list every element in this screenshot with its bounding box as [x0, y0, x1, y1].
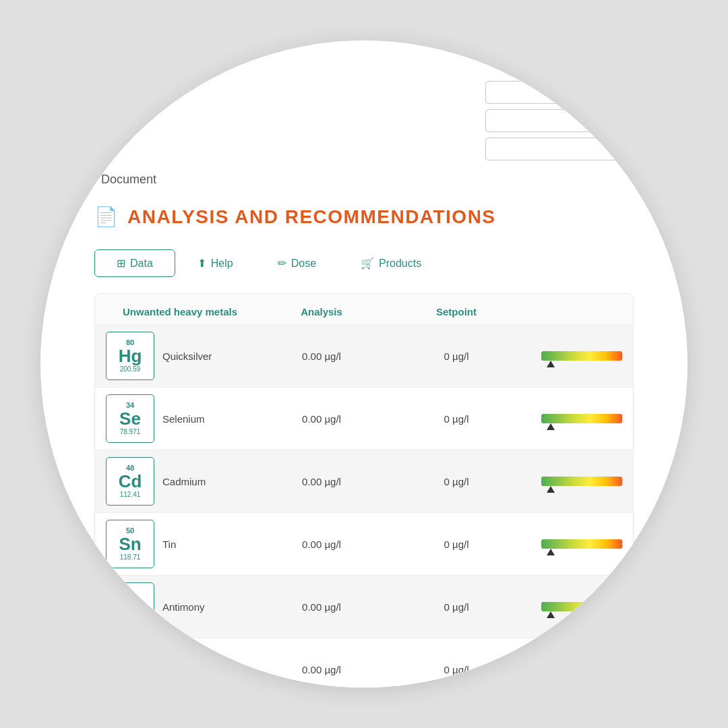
element-name-as: Arsenic: [162, 664, 196, 675]
element-box-sb: 51 Sb 121.76: [106, 582, 154, 631]
table-header: Unwanted heavy metals Analysis Setpoint: [95, 294, 633, 324]
gauge-arrow-sb: [547, 611, 555, 618]
analysis-sn: 0.00 µg/l: [254, 539, 389, 550]
setpoint-cd: 0 µg/l: [389, 476, 524, 487]
gauge-bar-sb: [541, 602, 622, 611]
data-table: Unwanted heavy metals Analysis Setpoint …: [94, 293, 634, 688]
gauge-sb: [524, 602, 622, 611]
table-row: 48 Cd 112.41 Cadmium 0.00 µg/l 0 µg/l: [95, 450, 633, 512]
element-symbol-sn: Sn: [119, 535, 141, 554]
tab-help[interactable]: ⬆ Help: [175, 249, 255, 277]
help-tab-label: Help: [211, 257, 233, 270]
document-label: Document: [94, 173, 634, 187]
element-box-cd: 48 Cd 112.41: [106, 457, 154, 506]
element-name-sn: Tin: [162, 539, 176, 550]
tab-data[interactable]: ⊞ Data: [94, 249, 175, 277]
table-row: 33 As 74.922 Arsenic 0.00 µg/l 0 µg/l: [95, 638, 633, 688]
element-symbol-se: Se: [119, 409, 141, 429]
element-cell-cd: 48 Cd 112.41 Cadmium: [106, 457, 254, 506]
tab-bar: ⊞ Data ⬆ Help ✏ Dose 🛒 Products: [94, 249, 634, 277]
tab-products[interactable]: 🛒 Products: [338, 249, 444, 277]
gauge-bar-cd: [541, 477, 622, 486]
table-row: 51 Sb 121.76 Antimony 0.00 µg/l 0 µg/l: [95, 575, 633, 638]
setpoint-as: 0 µg/l: [389, 664, 524, 675]
table-row: 34 Se 78.971 Selenium 0.00 µg/l 0 µg/l: [95, 387, 633, 450]
element-name-sb: Antimony: [162, 601, 205, 613]
element-symbol-sb: Sb: [119, 597, 141, 617]
section-title-text: ANALYSIS AND RECOMMENDATIONS: [127, 206, 496, 228]
tab-dose[interactable]: ✏ Dose: [255, 249, 338, 277]
help-tab-icon: ⬆: [198, 257, 206, 270]
analysis-sb: 0.00 µg/l: [254, 601, 389, 613]
element-name-hg: Quicksilver: [162, 351, 212, 362]
gauge-arrow-hg: [547, 361, 555, 367]
element-cell-sb: 51 Sb 121.76 Antimony: [106, 582, 254, 631]
top-stubs-area: [94, 81, 634, 160]
col-header-setpoint: Setpoint: [389, 306, 524, 317]
element-name-se: Selenium: [162, 413, 205, 425]
analysis-as: 0.00 µg/l: [254, 664, 389, 675]
gauge-bar-sn: [541, 539, 622, 549]
element-mass-hg: 200.59: [120, 366, 141, 373]
table-row: 50 Sn 118.71 Tin 0.00 µg/l 0 µg/l: [95, 512, 633, 575]
setpoint-sb: 0 µg/l: [389, 601, 524, 613]
element-cell-hg: 80 Hg 200.59 Quicksilver: [106, 332, 254, 380]
stub-input-3[interactable]: [485, 138, 634, 160]
col-header-elements: Unwanted heavy metals: [106, 306, 254, 317]
setpoint-hg: 0 µg/l: [389, 351, 524, 362]
element-name-cd: Cadmium: [162, 476, 206, 487]
element-cell-sn: 50 Sn 118.71 Tin: [106, 520, 254, 568]
setpoint-sn: 0 µg/l: [389, 539, 524, 550]
element-box-sn: 50 Sn 118.71: [106, 520, 154, 568]
element-mass-se: 78.971: [120, 429, 141, 435]
element-mass-sb: 121.76: [120, 617, 141, 624]
main-circle: Document 📄 ANALYSIS AND RECOMMENDATIONS …: [40, 40, 688, 688]
data-tab-label: Data: [130, 257, 153, 270]
products-tab-label: Products: [379, 257, 421, 270]
dose-tab-icon: ✏: [278, 257, 286, 270]
section-title-area: 📄 ANALYSIS AND RECOMMENDATIONS: [94, 206, 634, 228]
element-cell-as: 33 As 74.922 Arsenic: [106, 645, 254, 688]
element-cell-se: 34 Se 78.971 Selenium: [106, 394, 254, 443]
stub-input-2[interactable]: [485, 109, 634, 132]
gauge-hg: [524, 351, 622, 361]
gauge-arrow-se: [547, 423, 555, 430]
element-box-hg: 80 Hg 200.59: [106, 332, 154, 380]
gauge-arrow-sn: [547, 549, 555, 555]
section-icon: 📄: [94, 206, 118, 228]
analysis-se: 0.00 µg/l: [254, 413, 389, 425]
col-header-gauge: [524, 306, 622, 317]
gauge-arrow-cd: [547, 486, 555, 493]
element-mass-cd: 112.41: [120, 491, 141, 498]
gauge-cd: [524, 477, 622, 486]
gauge-se: [524, 414, 622, 423]
analysis-hg: 0.00 µg/l: [254, 351, 389, 362]
gauge-sn: [524, 539, 622, 549]
col-header-analysis: Analysis: [254, 306, 389, 317]
table-row: 80 Hg 200.59 Quicksilver 0.00 µg/l 0 µg/…: [95, 324, 633, 387]
stub-input-1[interactable]: [485, 81, 634, 104]
gauge-bar-se: [541, 414, 622, 423]
element-mass-sn: 118.71: [120, 554, 141, 561]
products-tab-icon: 🛒: [361, 257, 374, 270]
setpoint-se: 0 µg/l: [389, 413, 524, 425]
data-tab-icon: ⊞: [117, 257, 125, 270]
element-box-se: 34 Se 78.971: [106, 394, 154, 443]
element-symbol-cd: Cd: [119, 472, 142, 491]
gauge-bar-hg: [541, 351, 622, 361]
analysis-cd: 0.00 µg/l: [254, 476, 389, 487]
dose-tab-label: Dose: [291, 257, 316, 270]
element-symbol-hg: Hg: [119, 346, 142, 366]
